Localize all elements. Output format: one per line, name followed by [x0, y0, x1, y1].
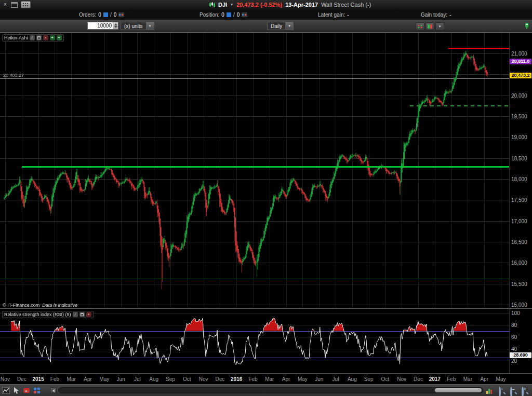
- units-dropdown-value: (x) units: [121, 23, 146, 29]
- add-indicator-icon[interactable]: +: [50, 35, 55, 40]
- time-axis-label: Nov: [397, 376, 406, 382]
- rsi-axis-label: 20: [511, 358, 517, 364]
- timeframe-dropdown[interactable]: Daily ▼: [267, 22, 294, 30]
- erase-tool-icon[interactable]: ×: [23, 387, 31, 394]
- price-axis-label: 18,500: [511, 156, 527, 161]
- latent-gain-status: Latent gain: -: [318, 9, 349, 20]
- rsi-chart-canvas[interactable]: [0, 309, 509, 373]
- orders-settings-icon[interactable]: [118, 12, 124, 17]
- orders-label: Orders:: [79, 12, 96, 18]
- price-axis-label: 17,500: [511, 197, 527, 203]
- time-axis-label: Apr: [84, 376, 92, 382]
- position-pending-count: 0: [237, 12, 240, 18]
- bottom-toolbar: × · − +: [0, 384, 532, 396]
- time-axis-label: Feb: [447, 376, 456, 382]
- gain-today-status: Gain today: -: [421, 9, 451, 20]
- gain-today-value: -: [449, 12, 451, 18]
- rsi-axis-label: 60: [511, 334, 517, 340]
- position-status: Position: 0 / 0: [200, 9, 247, 20]
- trading-app-window: × DJI ▼ 20,473.2 (-0.52%) 13-Apr-2017 Wa…: [0, 0, 532, 396]
- rsi-wrench-icon[interactable]: /: [73, 312, 78, 317]
- trading-options-caret[interactable]: ▼: [435, 22, 444, 31]
- units-dropdown-caret[interactable]: ▼: [146, 22, 154, 30]
- time-axis-label: May: [99, 376, 109, 382]
- rsi-axis-label: 80: [511, 322, 517, 328]
- grid-layout-icon[interactable]: [33, 387, 41, 394]
- price-axis-label: 19,000: [511, 134, 527, 140]
- units-dropdown[interactable]: (x) units ▼: [121, 22, 154, 30]
- wrench-icon[interactable]: /: [30, 35, 35, 40]
- instrument-header: DJI ▼ 20,473.2 (-0.52%) 13-Apr-2017 Wall…: [209, 0, 371, 9]
- gain-today-label: Gain today:: [421, 12, 447, 18]
- restore-window-icon[interactable]: [11, 2, 18, 8]
- chart-style-label: Heikin-Ashi: [4, 35, 28, 40]
- chart-region: 21,00020,00019,50019,00018,50018,00017,5…: [0, 32, 532, 384]
- time-axis-label: Mar: [67, 376, 76, 382]
- rsi-window-icon[interactable]: [79, 312, 85, 317]
- chart-scrollbar[interactable]: [58, 387, 483, 393]
- quantity-stepper[interactable]: [113, 22, 118, 30]
- zoom-chart-icon[interactable]: [486, 387, 494, 395]
- zoom-in-icon[interactable]: +: [522, 388, 529, 395]
- symbol-name[interactable]: DJI: [218, 2, 227, 8]
- account-status-row: Orders: 0 / 0 Position: 0 / 0 Latent gai…: [0, 9, 532, 20]
- candlestick-icon: [209, 2, 215, 8]
- zoom-reset-icon[interactable]: ·: [499, 388, 507, 395]
- latent-gain-value: -: [347, 12, 349, 18]
- price-axis-label: 16,000: [511, 260, 527, 266]
- chart-scrollbar-thumb[interactable]: [435, 388, 482, 392]
- time-axis[interactable]: NovDec2015FebMarAprMayJunJulAugSepOctNov…: [0, 373, 532, 385]
- price-axis-label: 15,000: [511, 302, 527, 308]
- zoom-out-icon[interactable]: −: [510, 388, 518, 395]
- add-pane-icon[interactable]: +: [57, 35, 62, 40]
- timeframe-dropdown-caret[interactable]: ▼: [285, 22, 293, 30]
- order-panel-icon[interactable]: [425, 22, 434, 31]
- buy-sell-panel-icon[interactable]: [416, 22, 424, 31]
- orders-count: 0: [98, 12, 101, 18]
- rsi-close-icon[interactable]: ×: [86, 312, 91, 317]
- position-settings-icon[interactable]: [242, 12, 247, 17]
- market-name: Wall Street Cash (-): [321, 2, 371, 8]
- close-icon[interactable]: ×: [2, 2, 8, 8]
- rsi-axis-label: 100: [511, 310, 520, 316]
- position-list-icon[interactable]: [227, 12, 231, 17]
- svg-text:×: ×: [25, 389, 28, 393]
- connection-status-icon: [524, 22, 530, 30]
- indicator-header-main: Heikin-Ashi / × + +: [2, 34, 64, 42]
- last-price-and-change: 20,473.2 (-0.52%): [236, 2, 282, 8]
- trading-buttons: ▼: [416, 22, 444, 31]
- chart-tools-icon[interactable]: [2, 387, 10, 394]
- time-axis-label: Sep: [166, 376, 175, 382]
- time-axis-label: Apr: [480, 376, 488, 382]
- position-count: 0: [221, 12, 224, 18]
- rsi-value-badge: 28.690: [510, 352, 531, 358]
- copyright-text: © IT-Finance.com: [3, 303, 39, 308]
- price-axis-label: 17,000: [511, 219, 527, 224]
- time-axis-label: Jul: [134, 376, 141, 382]
- orders-list-icon[interactable]: [103, 12, 108, 17]
- indicator-header-rsi: Relative strength index (RSI) (9) / ×: [2, 311, 94, 318]
- symbol-dropdown-caret[interactable]: ▼: [230, 3, 233, 6]
- position-label: Position:: [200, 12, 219, 18]
- time-axis-label: Oct: [183, 376, 191, 382]
- time-axis-label: Jun: [117, 376, 125, 382]
- scroll-left-button[interactable]: [50, 388, 57, 393]
- indicative-note: Data is indicative: [42, 303, 77, 308]
- time-axis-label: Nov: [199, 376, 208, 382]
- orders-separator: /: [110, 12, 112, 18]
- keypad-icon[interactable]: [21, 1, 31, 8]
- position-separator: /: [233, 12, 235, 18]
- price-axis-label: 16,500: [511, 239, 527, 245]
- price-level-label: 20,403.27: [3, 73, 24, 78]
- cursor-tool-icon[interactable]: [12, 387, 20, 394]
- time-axis-label: Dec: [414, 376, 423, 382]
- window-icon[interactable]: [36, 35, 42, 40]
- titlebar: × DJI ▼ 20,473.2 (-0.52%) 13-Apr-2017 Wa…: [0, 0, 532, 9]
- price-axis-label: 20,000: [511, 93, 527, 99]
- price-chart-canvas[interactable]: [0, 33, 509, 308]
- close-pane-icon[interactable]: ×: [43, 35, 48, 40]
- chart-toolbar: (x) units ▼ Daily ▼ ▼: [0, 20, 532, 32]
- price-axis-label: 19,500: [511, 114, 527, 119]
- quantity-input[interactable]: [87, 22, 113, 30]
- orders-status: Orders: 0 / 0: [79, 9, 124, 20]
